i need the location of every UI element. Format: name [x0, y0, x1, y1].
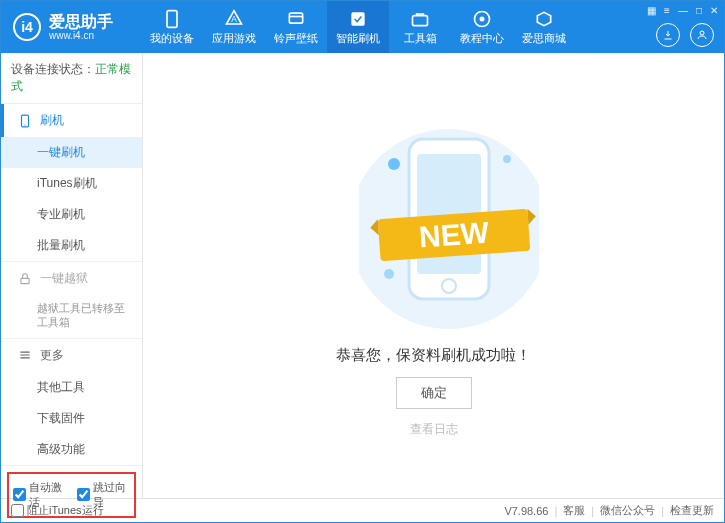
nav-icon	[472, 9, 492, 29]
ok-button[interactable]: 确定	[396, 377, 472, 409]
grid-icon[interactable]: ▦	[647, 5, 656, 16]
sidebar-item-more-1[interactable]: 下载固件	[1, 403, 142, 434]
new-banner-text: NEW	[417, 215, 490, 253]
sidebar-item-flash-1[interactable]: iTunes刷机	[1, 168, 142, 199]
statusbar-link-wechat[interactable]: 微信公众号	[600, 503, 655, 518]
nav-icon	[348, 9, 368, 29]
nav-item-5[interactable]: 教程中心	[451, 1, 513, 53]
sidebar: 设备连接状态：正常模式 刷机 一键刷机iTunes刷机专业刷机批量刷机 一键越狱…	[1, 53, 143, 498]
sidebar-section-flash[interactable]: 刷机	[1, 104, 142, 137]
sidebar-item-flash-3[interactable]: 批量刷机	[1, 230, 142, 261]
app-name: 爱思助手	[49, 13, 113, 31]
main-content: NEW 恭喜您，保资料刷机成功啦！ 确定 查看日志	[143, 53, 724, 498]
menu-icon[interactable]: ≡	[664, 5, 670, 16]
nav-icon	[162, 9, 182, 29]
nav-icon	[410, 9, 430, 29]
svg-point-7	[700, 31, 704, 35]
maximize-button[interactable]: □	[696, 5, 702, 16]
sidebar-item-more-0[interactable]: 其他工具	[1, 372, 142, 403]
sidebar-item-more-2[interactable]: 高级功能	[1, 434, 142, 465]
svg-point-18	[384, 269, 394, 279]
nav-item-3[interactable]: 智能刷机	[327, 1, 389, 53]
svg-rect-2	[289, 13, 302, 23]
svg-point-17	[503, 155, 511, 163]
svg-rect-0	[167, 10, 177, 27]
svg-rect-10	[21, 278, 29, 283]
statusbar-link-update[interactable]: 检查更新	[670, 503, 714, 518]
nav-item-6[interactable]: 爱思商城	[513, 1, 575, 53]
jailbreak-note: 越狱工具已转移至工具箱	[1, 295, 142, 338]
nav-icon	[534, 9, 554, 29]
titlebar: i4 爱思助手 www.i4.cn 我的设备A应用游戏铃声壁纸智能刷机工具箱教程…	[1, 1, 724, 53]
app-url: www.i4.cn	[49, 30, 113, 41]
nav-item-1[interactable]: A应用游戏	[203, 1, 265, 53]
menu-icon	[18, 348, 32, 362]
view-log-link[interactable]: 查看日志	[410, 421, 458, 438]
user-button[interactable]	[690, 23, 714, 47]
svg-rect-4	[413, 15, 428, 25]
nav-icon	[286, 9, 306, 29]
window-controls: ▦≡—□✕	[647, 5, 718, 16]
success-illustration: NEW	[359, 114, 509, 334]
device-status: 设备连接状态：正常模式	[1, 53, 142, 104]
lock-icon	[18, 272, 32, 286]
version-label: V7.98.66	[504, 505, 548, 517]
nav-icon: A	[224, 9, 244, 29]
success-message: 恭喜您，保资料刷机成功啦！	[336, 346, 531, 365]
svg-text:A: A	[231, 13, 237, 23]
minimize-button[interactable]: —	[678, 5, 688, 16]
download-button[interactable]	[656, 23, 680, 47]
main-nav: 我的设备A应用游戏铃声壁纸智能刷机工具箱教程中心爱思商城	[141, 1, 575, 53]
app-logo: i4 爱思助手 www.i4.cn	[1, 13, 141, 42]
sidebar-section-more[interactable]: 更多	[1, 339, 142, 372]
checkbox-block-itunes[interactable]: 阻止iTunes运行	[11, 503, 104, 518]
svg-point-16	[388, 158, 400, 170]
sidebar-item-flash-0[interactable]: 一键刷机	[1, 137, 142, 168]
phone-icon	[18, 114, 32, 128]
svg-point-9	[24, 124, 25, 125]
logo-icon: i4	[13, 13, 41, 41]
close-button[interactable]: ✕	[710, 5, 718, 16]
sidebar-section-jailbreak: 一键越狱	[1, 262, 142, 295]
svg-point-6	[480, 16, 485, 21]
svg-rect-3	[351, 12, 364, 25]
nav-item-0[interactable]: 我的设备	[141, 1, 203, 53]
nav-item-2[interactable]: 铃声壁纸	[265, 1, 327, 53]
nav-item-4[interactable]: 工具箱	[389, 1, 451, 53]
sidebar-item-flash-2[interactable]: 专业刷机	[1, 199, 142, 230]
statusbar-link-support[interactable]: 客服	[563, 503, 585, 518]
